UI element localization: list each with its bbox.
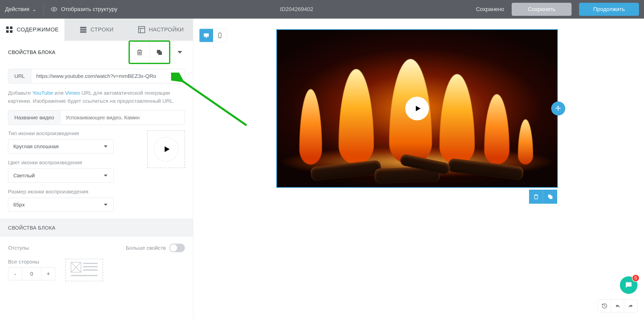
- history-icon: [601, 303, 608, 309]
- sidebar: СОДЕРЖИМОЕ СТРОКИ НАСТРОЙКИ СВОЙСТВА БЛО…: [0, 19, 193, 319]
- svg-rect-22: [206, 37, 207, 38]
- tab-label: СОДЕРЖИМОЕ: [17, 26, 59, 33]
- svg-rect-21: [204, 33, 209, 37]
- chat-fab[interactable]: 5: [620, 276, 637, 294]
- url-input[interactable]: [31, 69, 185, 83]
- icon-size-label: Размер иконки воспроизведения: [8, 189, 142, 195]
- move-handle[interactable]: [551, 101, 565, 116]
- padding-stepper: - +: [8, 267, 55, 280]
- chevron-down-icon: ⌄: [32, 6, 36, 12]
- url-field: URL: [8, 69, 185, 83]
- document-id: ID204269402: [117, 6, 476, 13]
- rows-icon: [79, 26, 87, 33]
- icon-type-select[interactable]: Круглая сплошная: [8, 139, 114, 153]
- actions-menu[interactable]: Действия ⌄: [5, 3, 36, 16]
- canvas-duplicate-button[interactable]: [543, 190, 557, 204]
- svg-rect-3: [6, 30, 9, 33]
- canvas: 5: [193, 19, 644, 319]
- play-icon: [414, 104, 422, 113]
- grid-icon: [6, 26, 13, 33]
- mobile-preview-button[interactable]: [213, 29, 227, 42]
- youtube-link[interactable]: YouTube: [32, 90, 53, 96]
- copy-icon: [156, 49, 163, 56]
- tab-settings[interactable]: НАСТРОЙКИ: [129, 19, 193, 41]
- tab-label: СТРОКИ: [91, 26, 114, 33]
- more-props-toggle[interactable]: [169, 244, 185, 252]
- mobile-icon: [217, 32, 223, 38]
- layout-icon: [138, 26, 145, 33]
- play-overlay[interactable]: [405, 97, 429, 120]
- chevron-down-icon: [103, 144, 108, 149]
- svg-rect-26: [549, 196, 552, 199]
- icon-color-select[interactable]: Светлый: [8, 169, 114, 183]
- redo-button[interactable]: [624, 300, 637, 312]
- top-bar: Действия ⌄ Отобразить структуру ID204269…: [0, 0, 644, 19]
- icon-size-value: 65px: [13, 202, 25, 208]
- undo-icon: [615, 303, 621, 309]
- move-icon: [555, 105, 561, 112]
- placeholder-icon: [69, 262, 100, 278]
- svg-rect-1: [6, 27, 9, 29]
- save-button[interactable]: Сохранить: [512, 3, 572, 16]
- svg-rect-2: [10, 27, 13, 29]
- padding-input[interactable]: [22, 268, 42, 280]
- duplicate-block-button[interactable]: [149, 42, 169, 63]
- svg-rect-5: [80, 27, 86, 28]
- canvas-delete-button[interactable]: [529, 190, 543, 204]
- icon-color-label: Цвет иконки воспроизведения: [8, 159, 142, 166]
- show-structure-label: Отобразить структуру: [61, 6, 117, 13]
- trash-icon: [136, 49, 143, 56]
- play-icon: [163, 145, 171, 153]
- all-sides-label: Все стороны: [8, 259, 55, 265]
- undo-button[interactable]: [611, 300, 624, 312]
- url-label: URL: [8, 69, 31, 83]
- history-controls: [598, 299, 637, 312]
- delete-block-button[interactable]: [130, 42, 149, 63]
- padding-label: Отступы: [8, 245, 29, 251]
- icon-size-select[interactable]: 65px: [8, 198, 114, 212]
- block-props-section-title: СВОЙСТВА БЛОКА: [0, 219, 193, 237]
- icon-type-value: Круглая сплошная: [13, 143, 59, 149]
- saved-status: Сохранено: [476, 6, 504, 13]
- chat-badge: 5: [632, 274, 639, 282]
- eye-icon: [51, 6, 57, 13]
- panel-title: СВОЙСТВА БЛОКА: [8, 49, 55, 55]
- video-title-field: Название видео: [8, 110, 185, 125]
- chevron-down-icon: [103, 202, 108, 207]
- play-icon-preview: [147, 130, 185, 168]
- sidebar-tabs: СОДЕРЖИМОЕ СТРОКИ НАСТРОЙКИ: [0, 19, 193, 41]
- svg-rect-7: [80, 31, 86, 33]
- icon-color-value: Светлый: [13, 173, 35, 179]
- chevron-down-icon: [176, 49, 183, 56]
- svg-point-24: [220, 37, 220, 37]
- svg-point-0: [53, 9, 55, 10]
- padding-preview: [65, 259, 103, 281]
- video-title-input[interactable]: [60, 111, 185, 125]
- desktop-preview-button[interactable]: [199, 29, 213, 42]
- history-button[interactable]: [598, 300, 611, 312]
- chevron-down-icon: [103, 173, 108, 178]
- svg-rect-12: [158, 51, 162, 55]
- stepper-decrement[interactable]: -: [8, 268, 22, 280]
- collapse-panel-button[interactable]: [175, 47, 185, 57]
- svg-rect-6: [80, 29, 86, 31]
- tab-rows[interactable]: СТРОКИ: [64, 19, 129, 41]
- tab-content[interactable]: СОДЕРЖИМОЕ: [0, 19, 64, 41]
- vimeo-link[interactable]: Vimeo: [65, 90, 80, 96]
- video-title-label: Название видео: [8, 111, 60, 125]
- stepper-increment[interactable]: +: [42, 268, 55, 280]
- show-structure-toggle[interactable]: Отобразить структуру: [51, 6, 117, 13]
- url-help-text: Добавьте YouTube или Vimeo URL для автом…: [8, 89, 185, 105]
- svg-rect-8: [138, 27, 145, 33]
- continue-button[interactable]: Продолжить: [579, 3, 639, 16]
- video-content-block[interactable]: [276, 29, 558, 188]
- tab-label: НАСТРОЙКИ: [149, 26, 184, 33]
- highlight-box: [129, 40, 170, 64]
- chat-icon: [624, 281, 633, 289]
- copy-icon: [547, 194, 553, 200]
- device-preview-toggle: [199, 29, 227, 42]
- desktop-icon: [203, 32, 209, 38]
- trash-icon: [533, 194, 539, 200]
- icon-type-label: Тип иконки воспроизведения: [8, 130, 142, 136]
- svg-rect-4: [10, 30, 13, 33]
